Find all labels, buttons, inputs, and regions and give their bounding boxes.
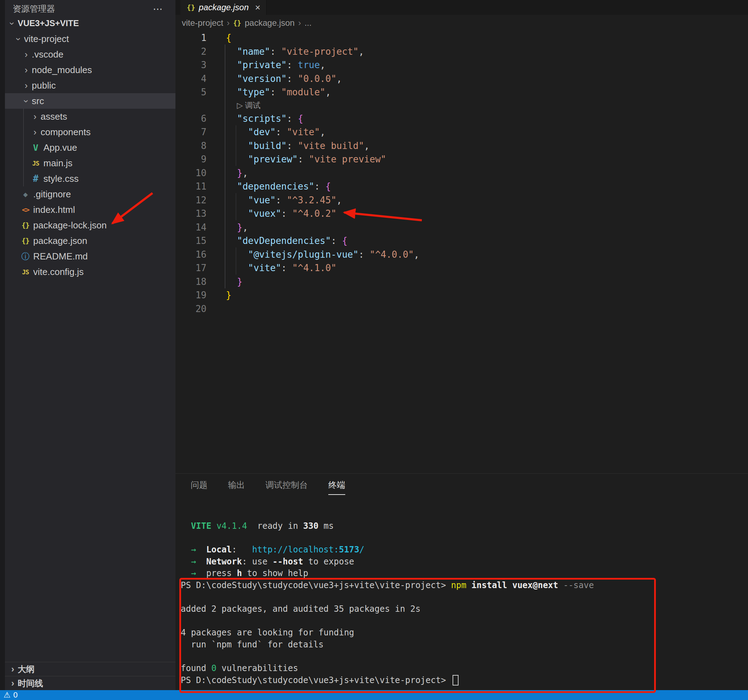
- terminal-line: [181, 532, 748, 544]
- code-line-8[interactable]: 8 "build": "vite build",: [175, 139, 748, 153]
- chevron-right-icon: ›: [298, 18, 301, 28]
- chevron-right-icon: ›: [8, 663, 18, 674]
- tree-item-label: src: [32, 96, 44, 107]
- code-line-11[interactable]: 11 "dependencies": {: [175, 180, 748, 193]
- tree-item-src[interactable]: ›src: [5, 93, 175, 109]
- tree-item-index-html[interactable]: <>index.html: [5, 202, 175, 218]
- code-token: :: [281, 263, 292, 273]
- tree-item-label: package-lock.json: [33, 220, 106, 231]
- terminal-token: :: [232, 545, 252, 555]
- close-icon[interactable]: ×: [255, 2, 260, 13]
- code-line-9[interactable]: 9 "preview": "vite preview": [175, 152, 748, 166]
- terminal-cursor: [453, 675, 459, 686]
- code-token: "module": [281, 87, 325, 97]
- code-token: ,: [364, 140, 369, 151]
- chevron-right-icon: ›: [21, 65, 31, 76]
- code-line-10[interactable]: 10 },: [175, 166, 748, 180]
- tree-item-style-css[interactable]: #style.css: [5, 171, 175, 186]
- terminal-token: PS D:\codeStudy\studycode\vue3+js+vite\v…: [181, 675, 451, 685]
- vue-file-icon: V: [30, 143, 41, 153]
- code-line-4[interactable]: 4 "version": "0.0.0",: [175, 72, 748, 86]
- code-token: :: [270, 87, 281, 97]
- panel-tab-问题[interactable]: 问题: [191, 474, 208, 496]
- tree-item-package-lock-json[interactable]: {}package-lock.json: [5, 218, 175, 233]
- code-line-18[interactable]: 18 }: [175, 275, 748, 289]
- tree-item-label: node_modules: [32, 65, 92, 76]
- breadcrumb-folder[interactable]: vite-project: [182, 18, 223, 28]
- terminal-line: [181, 591, 748, 603]
- code-line-6[interactable]: 6 "scripts": {: [175, 112, 748, 126]
- tree-item-label: components: [41, 127, 91, 138]
- code-line-3[interactable]: 3 "private": true,: [175, 58, 748, 72]
- tree-item-public[interactable]: ›public: [5, 78, 175, 93]
- code-text: "type": "module",: [226, 87, 331, 97]
- tree-item-assets[interactable]: ›assets: [5, 109, 175, 124]
- code-token: :: [298, 154, 309, 164]
- code-text: {: [226, 32, 231, 43]
- tree-item--vscode[interactable]: ›.vscode: [5, 47, 175, 62]
- tree-item-main-js[interactable]: JSmain.js: [5, 155, 175, 171]
- tree-item-components[interactable]: ›components: [5, 124, 175, 140]
- tree-item-package-json[interactable]: {}package.json: [5, 233, 175, 248]
- html-file-icon: <>: [20, 205, 31, 214]
- code-text: "@vitejs/plugin-vue": "^4.0.0",: [226, 249, 420, 260]
- activity-bar-strip: [0, 0, 5, 690]
- code-line-16[interactable]: 16 "@vitejs/plugin-vue": "^4.0.0",: [175, 248, 748, 262]
- code-line-5[interactable]: 5 "type": "module",: [175, 85, 748, 99]
- tree-item-vite-project[interactable]: ›vite-project: [5, 31, 175, 47]
- chevron-right-icon: ›: [8, 678, 18, 689]
- code-text: "dependencies": {: [226, 181, 331, 192]
- breadcrumb-file[interactable]: package.json: [245, 18, 294, 28]
- editor-tabbar: {} package.json ×: [175, 0, 748, 15]
- code-text: "scripts": {: [226, 113, 303, 124]
- tree-item--gitignore[interactable]: ◆.gitignore: [5, 186, 175, 202]
- code-text: }: [226, 290, 231, 300]
- code-line-2[interactable]: 2 "name": "vite-project",: [175, 45, 748, 59]
- warning-icon[interactable]: ⚠: [3, 691, 11, 700]
- outline-section[interactable]: › 大纲: [5, 662, 175, 676]
- breadcrumb-more[interactable]: ...: [305, 18, 312, 28]
- timeline-section[interactable]: › 时间线: [5, 676, 175, 690]
- tab-package-json[interactable]: {} package.json ×: [180, 0, 266, 15]
- panel-tab-终端[interactable]: 终端: [328, 474, 345, 496]
- code-line-7[interactable]: 7 "dev": "vite",: [175, 125, 748, 139]
- tree-item-vue3-js-vite[interactable]: ›VUE3+JS+VITE: [5, 15, 175, 31]
- tree-item-label: style.css: [43, 173, 79, 184]
- warning-count[interactable]: 0: [14, 691, 18, 700]
- tree-item-node-modules[interactable]: ›node_modules: [5, 62, 175, 78]
- tree-item-vite-config-js[interactable]: JSvite.config.js: [5, 264, 175, 280]
- code-editor[interactable]: 1{2 "name": "vite-project",3 "private": …: [175, 31, 748, 316]
- chevron-down-icon: ›: [21, 96, 32, 106]
- panel-tab-输出[interactable]: 输出: [228, 474, 245, 496]
- code-text: "build": "vite build",: [226, 140, 369, 151]
- code-token: :: [281, 208, 292, 219]
- explorer-more-actions-icon[interactable]: ⋯: [153, 3, 163, 15]
- code-token: "vue": [226, 195, 276, 205]
- code-line-15[interactable]: 15 "devDependencies": {: [175, 234, 748, 248]
- tree-item-label: vite.config.js: [33, 266, 84, 277]
- js-file-icon: JS: [30, 160, 41, 167]
- tree-item-label: index.html: [33, 204, 75, 215]
- tree-item-label: .gitignore: [33, 189, 71, 200]
- line-number: 20: [175, 304, 207, 314]
- code-line-17[interactable]: 17 "vite": "^4.1.0": [175, 261, 748, 275]
- code-token: ,: [320, 127, 325, 137]
- code-token: "vuex": [226, 208, 281, 219]
- explorer-header: 资源管理器 ⋯: [5, 0, 175, 15]
- indent-guide: [236, 125, 236, 166]
- terminal[interactable]: VITE v4.1.4 ready in 330 ms → Local: htt…: [181, 496, 748, 686]
- code-line-19[interactable]: 19}: [175, 288, 748, 302]
- tree-item-app-vue[interactable]: VApp.vue: [5, 140, 175, 155]
- code-line-13[interactable]: 13 "vuex": "^4.0.2": [175, 207, 748, 221]
- codelens-debug[interactable]: ▷ 调试: [175, 99, 748, 112]
- code-line-14[interactable]: 14 },: [175, 221, 748, 234]
- tree-item-label: assets: [41, 111, 67, 122]
- code-line-1[interactable]: 1{: [175, 31, 748, 45]
- code-token: "vite-project": [281, 46, 359, 57]
- code-text: "version": "0.0.0",: [226, 73, 342, 84]
- code-line-20[interactable]: 20: [175, 302, 748, 316]
- panel-tab-调试控制台[interactable]: 调试控制台: [266, 474, 308, 496]
- code-line-12[interactable]: 12 "vue": "^3.2.45",: [175, 193, 748, 207]
- terminal-token: npm: [451, 580, 466, 590]
- tree-item-readme-md[interactable]: ⓘREADME.md: [5, 248, 175, 264]
